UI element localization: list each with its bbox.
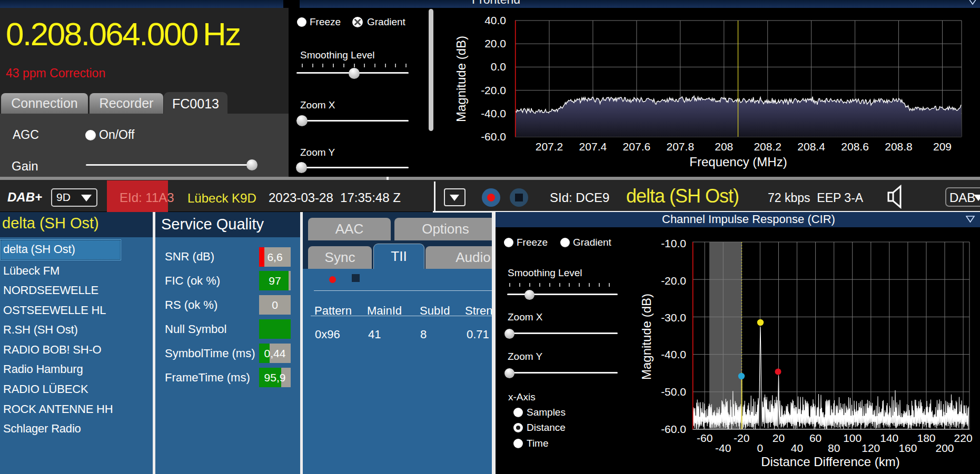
svg-text:40.0: 40.0 xyxy=(484,14,506,26)
svg-text:100: 100 xyxy=(843,432,862,444)
svg-text:208.6: 208.6 xyxy=(841,140,869,153)
svg-text:-20: -20 xyxy=(734,432,749,444)
svg-text:207.8: 207.8 xyxy=(667,140,695,153)
svg-text:Frequency (MHz): Frequency (MHz) xyxy=(689,155,787,169)
svg-text:208.8: 208.8 xyxy=(885,140,913,153)
svg-text:0.0: 0.0 xyxy=(491,60,506,73)
svg-text:20.0: 20.0 xyxy=(484,37,506,49)
svg-text:207.6: 207.6 xyxy=(623,140,651,153)
svg-text:180: 180 xyxy=(917,432,935,444)
svg-text:Magnitude (dB): Magnitude (dB) xyxy=(639,294,654,380)
svg-text:-40: -40 xyxy=(715,442,731,454)
svg-text:160: 160 xyxy=(898,442,917,454)
svg-text:Magnitude (dB): Magnitude (dB) xyxy=(454,36,468,122)
svg-text:220: 220 xyxy=(954,432,973,444)
svg-text:-60: -60 xyxy=(697,432,712,444)
svg-text:140: 140 xyxy=(880,432,898,444)
svg-text:60: 60 xyxy=(809,432,821,444)
svg-text:208.2: 208.2 xyxy=(754,140,781,153)
svg-text:40: 40 xyxy=(791,442,803,454)
svg-text:-60.0: -60.0 xyxy=(481,130,506,143)
svg-text:120: 120 xyxy=(862,442,880,454)
svg-text:209: 209 xyxy=(933,140,952,153)
svg-text:-20.0: -20.0 xyxy=(661,275,686,287)
svg-text:-30.0: -30.0 xyxy=(661,311,686,324)
svg-text:20: 20 xyxy=(773,432,785,444)
svg-text:208.4: 208.4 xyxy=(797,140,825,153)
svg-text:-60.0: -60.0 xyxy=(661,423,686,435)
svg-text:207.4: 207.4 xyxy=(579,140,607,153)
svg-text:200: 200 xyxy=(935,442,954,454)
svg-text:Distance Difference (km): Distance Difference (km) xyxy=(761,455,900,469)
svg-text:-40.0: -40.0 xyxy=(481,107,506,119)
svg-text:-40.0: -40.0 xyxy=(661,348,686,360)
svg-text:80: 80 xyxy=(828,442,840,454)
svg-text:207.2: 207.2 xyxy=(536,140,563,153)
svg-text:-50.0: -50.0 xyxy=(661,386,686,398)
svg-text:208: 208 xyxy=(715,140,733,153)
svg-text:0: 0 xyxy=(757,442,764,454)
svg-text:-10.0: -10.0 xyxy=(661,237,686,249)
svg-text:-20.0: -20.0 xyxy=(481,84,506,96)
